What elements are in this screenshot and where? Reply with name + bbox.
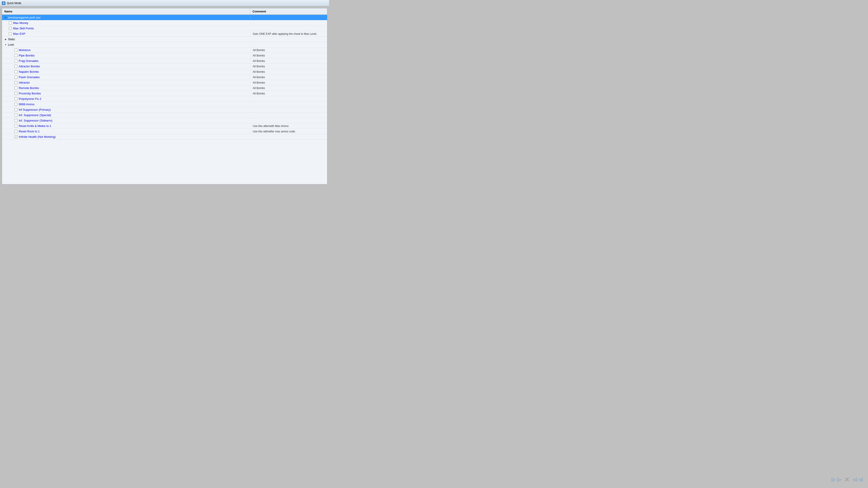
comment-infinite-health <box>250 136 327 138</box>
root-node-label[interactable]: bendsavegame\.ps4\.sav <box>8 16 41 19</box>
label-flash-grenades[interactable]: Flash Grenades <box>19 75 40 79</box>
app-icon: Q <box>2 1 5 5</box>
checkbox-max-money[interactable] <box>9 22 12 24</box>
comment-proximity-bombs: All Bombs <box>250 91 327 96</box>
label-pipe-bombs[interactable]: Pipe Bombs <box>19 54 35 57</box>
column-header-name: Name <box>2 8 250 14</box>
row-pipe-bombs[interactable]: Pipe Bombs All Bombs <box>2 53 327 58</box>
row-reset-rock-to-1[interactable]: Reset Rock to 1 Use this with/after max … <box>2 129 327 134</box>
comment-reset-rock-to-1: Use this with/after max ammo code <box>250 129 327 134</box>
loot-expand-icon[interactable] <box>4 43 7 46</box>
row-frag-grenades[interactable]: Frag Grenades All Bombs <box>2 58 327 64</box>
main-window: Name Comment bendsavegame\.ps4\.sav Max … <box>2 8 327 184</box>
label-napalm-bombs[interactable]: Napalm Bombs <box>19 70 39 73</box>
checkbox-flash-grenades[interactable] <box>14 76 18 78</box>
label-proximity-bombs[interactable]: Proximity Bombs <box>19 92 41 95</box>
section-stats-label[interactable]: Stats: <box>8 37 16 41</box>
checkbox-infinite-health[interactable] <box>14 135 18 138</box>
comment-molotovs: All Bombs <box>250 48 327 53</box>
row-9999-ammo[interactable]: 9999 Ammo <box>2 102 327 107</box>
label-inf-suppressor-sidearm[interactable]: Inf. Suppressor (Sidearm) <box>19 119 53 122</box>
row-inf-suppressor-primary[interactable]: Inf Suppressor (Primary) <box>2 107 327 112</box>
comment-attractor: All Bombs <box>250 80 327 85</box>
section-loot-label[interactable]: Loot: <box>8 43 14 46</box>
label-remote-bombs[interactable]: Remote Bombs <box>19 86 39 90</box>
row-polystyrene-fix-2[interactable]: Polystyrene Fix 2 <box>2 96 327 102</box>
checkbox-inf-suppressor-special[interactable] <box>14 113 18 117</box>
comment-attractor-bombs: All Bombs <box>250 64 327 69</box>
label-inf-suppressor-primary[interactable]: Inf Suppressor (Primary) <box>19 108 51 111</box>
root-node-comment <box>250 17 327 18</box>
checkbox-napalm-bombs[interactable] <box>14 70 18 73</box>
row-molotovs[interactable]: Molotovs All Bombs <box>2 47 327 53</box>
label-reset-knife-melee[interactable]: Reset Knife & Melee to 1 <box>19 124 51 128</box>
checkbox-reset-rock-to-1[interactable] <box>14 130 18 133</box>
row-max-money[interactable]: Max Money <box>2 20 327 26</box>
row-remote-bombs[interactable]: Remote Bombs All Bombs <box>2 86 327 91</box>
comment-frag-grenades: All Bombs <box>250 59 327 63</box>
checkbox-attractor-bombs[interactable] <box>14 65 18 68</box>
row-inf-suppressor-sidearm[interactable]: Inf. Suppressor (Sidearm) <box>2 118 327 123</box>
comment-9999-ammo <box>250 104 327 105</box>
checkbox-max-exp[interactable] <box>9 32 12 35</box>
section-loot[interactable]: Loot: <box>2 42 327 47</box>
checkbox-molotovs[interactable] <box>14 48 18 52</box>
comment-flash-grenades: All Bombs <box>250 75 327 79</box>
label-9999-ammo[interactable]: 9999 Ammo <box>19 103 34 106</box>
row-attractor-bombs[interactable]: Attractor Bombs All Bombs <box>2 64 327 69</box>
label-max-exp[interactable]: Max EXP <box>13 32 25 35</box>
checkbox-frag-grenades[interactable] <box>14 59 18 62</box>
column-header-comment: Comment <box>250 8 327 14</box>
label-max-money[interactable]: Max Money <box>13 21 28 25</box>
checkbox-reset-knife-melee[interactable] <box>14 125 18 127</box>
row-inf-suppressor-special[interactable]: Inf. Suppressor (Special) <box>2 112 327 118</box>
label-molotovs[interactable]: Molotovs <box>19 48 31 52</box>
title-bar: Q Quick Mode <box>0 0 329 6</box>
comment-max-skill-points <box>250 28 327 29</box>
row-proximity-bombs[interactable]: Proximity Bombs All Bombs <box>2 91 327 96</box>
row-flash-grenades[interactable]: Flash Grenades All Bombs <box>2 74 327 80</box>
row-max-exp[interactable]: Max EXP Gain ONE EXP after applying the … <box>2 31 327 37</box>
checkbox-pipe-bombs[interactable] <box>14 54 18 57</box>
checkbox-attractor[interactable] <box>14 81 18 84</box>
comment-max-exp: Gain ONE EXP after applying the cheat to… <box>250 32 327 36</box>
comment-reset-knife-melee: Use this after/with Max Ammo <box>250 124 327 128</box>
row-reset-knife-melee[interactable]: Reset Knife & Melee to 1 Use this after/… <box>2 123 327 129</box>
comment-pipe-bombs: All Bombs <box>250 53 327 58</box>
row-napalm-bombs[interactable]: Napalm Bombs All Bombs <box>2 69 327 74</box>
table-header: Name Comment <box>2 8 327 15</box>
checkbox-remote-bombs[interactable] <box>14 87 18 90</box>
comment-remote-bombs: All Bombs <box>250 86 327 90</box>
checkbox-inf-suppressor-sidearm[interactable] <box>14 119 18 122</box>
comment-inf-suppressor-primary <box>250 109 327 110</box>
checkbox-max-skill-points[interactable] <box>9 27 12 30</box>
comment-napalm-bombs: All Bombs <box>250 70 327 74</box>
comment-inf-suppressor-special <box>250 115 327 116</box>
stats-expand-icon[interactable] <box>4 37 7 41</box>
row-max-skill-points[interactable]: Max Skill Points <box>2 26 327 31</box>
title-bar-text: Quick Mode <box>7 2 21 5</box>
label-infinite-health[interactable]: Infinite Health (Not Working) <box>19 135 56 138</box>
label-inf-suppressor-special[interactable]: Inf. Suppressor (Special) <box>19 113 51 117</box>
label-attractor[interactable]: Attractor <box>19 81 30 84</box>
checkbox-9999-ammo[interactable] <box>14 103 18 106</box>
root-expand-icon[interactable] <box>4 16 7 20</box>
label-polystyrene-fix-2[interactable]: Polystyrene Fix 2 <box>19 97 41 101</box>
section-stats-comment <box>250 39 327 40</box>
row-infinite-health[interactable]: Infinite Health (Not Working) <box>2 134 327 140</box>
root-node[interactable]: bendsavegame\.ps4\.sav <box>2 15 327 20</box>
checkbox-proximity-bombs[interactable] <box>14 92 18 95</box>
row-attractor[interactable]: Attractor All Bombs <box>2 80 327 86</box>
label-attractor-bombs[interactable]: Attractor Bombs <box>19 65 40 68</box>
label-reset-rock-to-1[interactable]: Reset Rock to 1 <box>19 130 40 133</box>
comment-polystyrene-fix-2 <box>250 98 327 100</box>
comment-inf-suppressor-sidearm <box>250 120 327 121</box>
checkbox-polystyrene-fix-2[interactable] <box>14 97 18 100</box>
comment-max-money <box>250 22 327 24</box>
label-frag-grenades[interactable]: Frag Grenades <box>19 59 38 63</box>
label-max-skill-points[interactable]: Max Skill Points <box>13 27 34 30</box>
checkbox-inf-suppressor-primary[interactable] <box>14 108 18 111</box>
section-loot-comment <box>250 44 327 45</box>
section-stats[interactable]: Stats: <box>2 37 327 42</box>
